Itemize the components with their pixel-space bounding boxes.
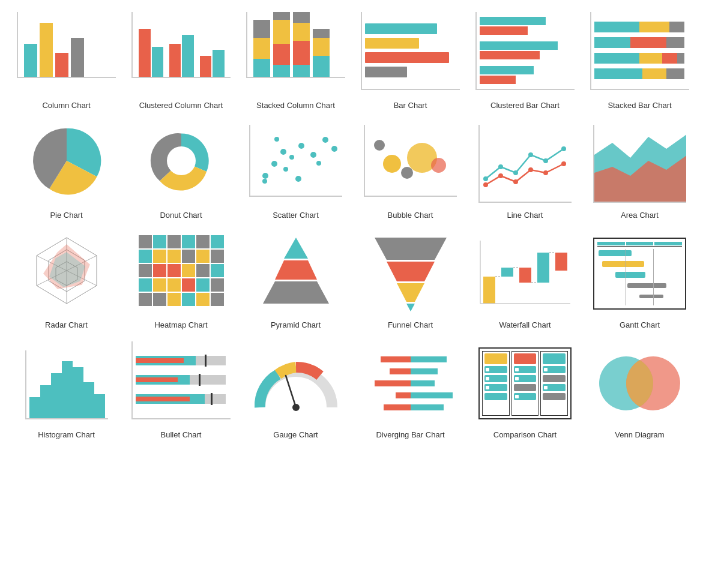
svg-point-8 <box>498 173 503 178</box>
chart-item-clustered-bar[interactable]: Clustered Bar Chart <box>471 12 579 110</box>
waterfall-chart-thumb <box>475 232 575 316</box>
heatmap-chart-label: Heatmap Chart <box>154 320 207 329</box>
donut-chart-label: Donut Chart <box>160 211 202 220</box>
gantt-chart-thumb <box>590 232 689 316</box>
chart-item-area[interactable]: Area Chart <box>585 122 694 220</box>
clustered-column-chart-thumb <box>131 12 231 96</box>
diverging-bar-chart-thumb <box>361 341 460 425</box>
svg-point-6 <box>561 146 566 151</box>
bubble-chart-thumb <box>361 122 460 206</box>
svg-marker-29 <box>406 304 415 311</box>
comparison-chart-label: Comparison Chart <box>493 430 557 439</box>
svg-rect-34 <box>519 268 531 283</box>
scatter-chart-label: Scatter Chart <box>273 211 319 220</box>
svg-point-12 <box>561 161 566 166</box>
svg-marker-28 <box>397 283 424 302</box>
clustered-column-chart-label: Clustered Column Chart <box>139 101 223 110</box>
gantt-chart-label: Gantt Chart <box>620 320 660 329</box>
chart-item-heatmap[interactable]: Heatmap Chart <box>127 232 235 329</box>
line-chart-thumb <box>475 122 575 206</box>
svg-point-3 <box>513 170 518 175</box>
svg-point-1 <box>483 176 488 181</box>
chart-item-diverging-bar[interactable]: Diverging Bar Chart <box>356 341 465 439</box>
chart-item-venn[interactable]: Venn Diagram <box>585 341 694 439</box>
chart-item-comparison[interactable]: Comparison Chart <box>471 341 579 439</box>
clustered-bar-chart-label: Clustered Bar Chart <box>490 101 560 110</box>
svg-marker-23 <box>284 238 308 259</box>
chart-item-donut[interactable]: Donut Chart <box>127 122 235 220</box>
svg-rect-30 <box>483 277 495 304</box>
chart-item-radar[interactable]: Radar Chart <box>12 232 121 329</box>
heatmap-chart-thumb <box>131 232 231 316</box>
svg-point-7 <box>483 182 488 187</box>
svg-rect-38 <box>555 253 567 271</box>
radar-chart-thumb <box>17 232 116 316</box>
svg-marker-24 <box>275 260 317 280</box>
chart-item-stacked-bar[interactable]: Stacked Bar Chart <box>585 12 694 110</box>
chart-item-pyramid[interactable]: Pyramid Chart <box>241 232 350 329</box>
comparison-chart-thumb <box>475 341 575 425</box>
column-chart-label: Column Chart <box>42 101 90 110</box>
line-chart-label: Line Chart <box>507 211 543 220</box>
pie-chart-label: Pie Chart <box>50 211 82 220</box>
chart-item-gauge[interactable]: Gauge Chart <box>241 341 350 439</box>
funnel-chart-thumb <box>361 232 460 316</box>
scatter-chart-thumb <box>246 122 345 206</box>
chart-item-pie[interactable]: Pie Chart <box>12 122 121 220</box>
svg-point-5 <box>543 158 548 163</box>
chart-item-stacked-column[interactable]: Stacked Column Chart <box>241 12 350 110</box>
diverging-bar-chart-label: Diverging Bar Chart <box>376 430 444 439</box>
svg-point-9 <box>513 179 518 184</box>
chart-item-bullet[interactable]: Bullet Chart <box>127 341 235 439</box>
pie-chart-thumb <box>17 122 116 206</box>
svg-point-0 <box>167 146 196 175</box>
pyramid-chart-thumb <box>246 232 345 316</box>
svg-marker-26 <box>375 238 447 260</box>
svg-point-42 <box>292 404 300 411</box>
chart-item-waterfall[interactable]: Waterfall Chart <box>471 232 579 329</box>
svg-point-11 <box>543 170 548 175</box>
histogram-chart-thumb <box>17 341 116 425</box>
column-chart-thumb <box>17 12 116 96</box>
stacked-bar-chart-label: Stacked Bar Chart <box>608 101 671 110</box>
chart-item-clustered-column[interactable]: Clustered Column Chart <box>127 12 235 110</box>
bullet-chart-thumb <box>131 341 231 425</box>
chart-item-column[interactable]: Column Chart <box>12 12 121 110</box>
svg-point-10 <box>528 167 533 172</box>
histogram-chart-label: Histogram Chart <box>38 430 95 439</box>
bar-chart-thumb <box>361 12 460 96</box>
donut-chart-thumb <box>131 122 231 206</box>
svg-point-2 <box>498 164 503 169</box>
svg-line-41 <box>286 376 296 407</box>
area-chart-thumb <box>590 122 689 206</box>
chart-item-gantt[interactable]: Gantt Chart <box>585 232 694 329</box>
gauge-chart-label: Gauge Chart <box>273 430 318 439</box>
chart-item-histogram[interactable]: Histogram Chart <box>12 341 121 439</box>
svg-point-4 <box>528 152 533 157</box>
bullet-chart-label: Bullet Chart <box>161 430 202 439</box>
svg-rect-32 <box>501 268 513 277</box>
gauge-chart-thumb <box>246 341 345 425</box>
funnel-chart-label: Funnel Chart <box>388 320 433 329</box>
radar-chart-label: Radar Chart <box>45 320 88 329</box>
stacked-column-chart-thumb <box>246 12 345 96</box>
waterfall-chart-label: Waterfall Chart <box>499 320 551 329</box>
clustered-bar-chart-thumb <box>475 12 575 96</box>
stacked-bar-chart-thumb <box>590 12 689 96</box>
chart-item-bubble[interactable]: Bubble Chart <box>356 122 465 220</box>
area-chart-label: Area Chart <box>621 211 659 220</box>
chart-grid: Column Chart Clustered Column Chart <box>12 12 694 439</box>
venn-diagram-thumb <box>590 341 689 425</box>
venn-diagram-label: Venn Diagram <box>615 430 664 439</box>
stacked-column-chart-label: Stacked Column Chart <box>256 101 335 110</box>
chart-item-funnel[interactable]: Funnel Chart <box>356 232 465 329</box>
bubble-chart-label: Bubble Chart <box>388 211 433 220</box>
svg-marker-27 <box>387 262 435 281</box>
bar-chart-label: Bar Chart <box>394 101 427 110</box>
chart-item-bar[interactable]: Bar Chart <box>356 12 465 110</box>
pyramid-chart-label: Pyramid Chart <box>271 320 321 329</box>
chart-item-scatter[interactable]: Scatter Chart <box>241 122 350 220</box>
svg-marker-25 <box>263 281 329 304</box>
chart-item-line[interactable]: Line Chart <box>471 122 579 220</box>
svg-rect-36 <box>537 253 549 283</box>
